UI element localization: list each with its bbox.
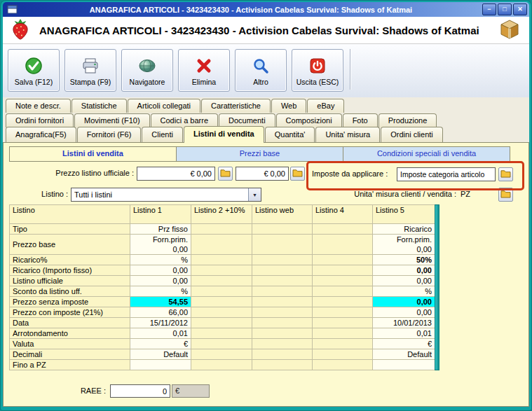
cell-ricarico-importo-fisso-col4[interactable]	[313, 265, 373, 276]
cell-valuta-col1[interactable]: €	[130, 339, 191, 349]
cell-decimali-col1[interactable]: Default	[130, 349, 191, 360]
tab-note-e-descr[interactable]: Note e descr.	[6, 99, 71, 113]
cell-data-col3[interactable]	[252, 318, 313, 328]
tab-composizioni[interactable]: Composizioni	[276, 113, 342, 127]
imposte-input[interactable]	[397, 167, 496, 181]
tab-fornitori-f6[interactable]: Fornitori (F6)	[77, 127, 142, 142]
prezzo-listino-input-2[interactable]	[236, 167, 289, 181]
tab-statistiche[interactable]: Statistiche	[71, 99, 127, 113]
cell-valuta-col5[interactable]: €	[373, 339, 435, 349]
cell-fino-a-pz-col3[interactable]	[252, 360, 313, 370]
cell-arrotondamento-col2[interactable]	[191, 328, 252, 339]
cell-prezzo-senza-imposte-col5[interactable]: 0,00	[373, 297, 435, 307]
cell-decimali-col5[interactable]: Default	[373, 349, 435, 360]
tab-ordini-clienti[interactable]: Ordini clienti	[381, 127, 443, 142]
altro-button[interactable]: Altro	[235, 49, 287, 92]
inner-tab-condizioni-speciali-di-vendita[interactable]: Condizioni speciali di vendita	[343, 146, 510, 162]
imposte-lookup-button[interactable]	[498, 167, 513, 181]
cell-decimali-col2[interactable]	[191, 349, 252, 360]
cell-fino-a-pz-col4[interactable]	[313, 360, 373, 370]
salva-f12-button[interactable]: Salva (F12)	[8, 49, 60, 92]
elimina-button[interactable]: Elimina	[178, 49, 230, 92]
cell-arrotondamento-col3[interactable]	[252, 328, 313, 339]
cell-ricarico-col3[interactable]	[252, 255, 313, 265]
prezzo-listino-input-1[interactable]	[137, 167, 215, 181]
cell-ricarico-col2[interactable]	[191, 255, 252, 265]
cell-valuta-col2[interactable]	[191, 339, 252, 349]
cell-prezzo-base-col2[interactable]	[191, 235, 252, 255]
cell-ricarico-importo-fisso-col1[interactable]: 0,00	[130, 265, 191, 276]
cell-ricarico-importo-fisso-col3[interactable]	[252, 265, 313, 276]
tab-anagrafica-f5[interactable]: Anagrafica(F5)	[6, 127, 76, 142]
cell-data-col1[interactable]: 15/11/2012	[130, 318, 191, 328]
uscita-esc-button[interactable]: Uscita (ESC)	[292, 49, 343, 92]
cell-fino-a-pz-col5[interactable]	[373, 360, 435, 370]
cell-tipo-col5[interactable]: Ricarico	[373, 224, 435, 235]
cell-arrotondamento-col5[interactable]: 0,01	[373, 328, 435, 339]
cell-prezzo-base-col4[interactable]	[313, 235, 373, 255]
prezzo-listino-lookup-button-1[interactable]	[218, 167, 233, 181]
column-header-listino-4[interactable]: Listino 4	[313, 205, 373, 224]
cell-ricarico-col1[interactable]: %	[130, 255, 191, 265]
tab-web[interactable]: Web	[271, 99, 306, 113]
cell-prezzo-con-imposte-21-col4[interactable]	[313, 307, 373, 318]
cell-prezzo-con-imposte-21-col2[interactable]	[191, 307, 252, 318]
tab-movimenti-f10[interactable]: Movimenti (F10)	[74, 113, 149, 127]
tab-unita-misura[interactable]: Unita' misura	[315, 127, 380, 142]
cell-valuta-col3[interactable]	[252, 339, 313, 349]
cell-ricarico-importo-fisso-col5[interactable]: 0,00	[373, 265, 435, 276]
cell-ricarico-col5[interactable]: 50%	[373, 255, 435, 265]
cell-prezzo-base-col1[interactable]: Forn.prim.0,00	[130, 235, 191, 255]
cell-data-col4[interactable]	[313, 318, 373, 328]
cell-fino-a-pz-col2[interactable]	[191, 360, 252, 370]
cell-decimali-col4[interactable]	[313, 349, 373, 360]
column-header-listino-1[interactable]: Listino 1	[130, 205, 191, 224]
cell-ricarico-col4[interactable]	[313, 255, 373, 265]
cell-prezzo-base-col5[interactable]: Forn.prim.0,00	[373, 235, 435, 255]
close-button[interactable]: ✕	[513, 4, 527, 15]
cell-tipo-col3[interactable]	[252, 224, 313, 235]
tab-foto[interactable]: Foto	[343, 113, 378, 127]
column-header-listino-5[interactable]: Listino 5	[373, 205, 435, 224]
listino-dropdown[interactable]: Tutti i listini ▼	[71, 188, 261, 202]
chevron-down-icon[interactable]: ▼	[248, 188, 261, 201]
raee-input[interactable]	[110, 384, 170, 398]
cell-sconto-da-listino-uff-col2[interactable]	[191, 286, 252, 297]
cell-listino-ufficiale-col5[interactable]: 0,00	[373, 276, 435, 286]
tab-ebay[interactable]: eBay	[307, 99, 344, 113]
tab-ordini-fornitori[interactable]: Ordini fornitori	[6, 113, 74, 127]
prezzo-listino-lookup-button-2[interactable]	[290, 167, 305, 181]
tab-documenti[interactable]: Documenti	[219, 113, 275, 127]
cell-prezzo-senza-imposte-col3[interactable]	[252, 297, 313, 307]
cell-prezzo-senza-imposte-col2[interactable]	[191, 297, 252, 307]
cell-sconto-da-listino-uff-col4[interactable]	[313, 286, 373, 297]
cell-prezzo-con-imposte-21-col1[interactable]: 66,00	[130, 307, 191, 318]
cell-tipo-col1[interactable]: Prz fisso	[130, 224, 191, 235]
column-header-listino-web[interactable]: Listino web	[252, 205, 313, 224]
column-header-listino-2-10[interactable]: Listino 2 +10%	[191, 205, 252, 224]
tab-caratteristiche[interactable]: Caratteristiche	[201, 99, 271, 113]
cell-arrotondamento-col1[interactable]: 0,01	[130, 328, 191, 339]
cell-listino-ufficiale-col2[interactable]	[191, 276, 252, 286]
cell-prezzo-senza-imposte-col1[interactable]: 54,55	[130, 297, 191, 307]
cell-tipo-col4[interactable]	[313, 224, 373, 235]
cell-data-col5[interactable]: 10/01/2013	[373, 318, 435, 328]
stampa-f9-button[interactable]: Stampa (F9)	[64, 49, 116, 92]
tab-clienti[interactable]: Clienti	[142, 127, 183, 142]
cell-data-col2[interactable]	[191, 318, 252, 328]
cell-arrotondamento-col4[interactable]	[313, 328, 373, 339]
navigatore-button[interactable]: Navigatore	[121, 49, 173, 92]
table-scrollbar[interactable]	[435, 204, 439, 370]
cell-tipo-col2[interactable]	[191, 224, 252, 235]
cell-prezzo-con-imposte-21-col3[interactable]	[252, 307, 313, 318]
cell-prezzo-base-col3[interactable]	[252, 235, 313, 255]
inner-tab-prezzi-base[interactable]: Prezzi base	[177, 146, 343, 162]
cell-sconto-da-listino-uff-col1[interactable]: %	[130, 286, 191, 297]
tab-articoli-collegati[interactable]: Articoli collegati	[128, 99, 200, 113]
cell-valuta-col4[interactable]	[313, 339, 373, 349]
inner-tab-listini-di-vendita[interactable]: Listini di vendita	[9, 146, 177, 162]
cell-fino-a-pz-col1[interactable]	[130, 360, 191, 370]
cell-sconto-da-listino-uff-col3[interactable]	[252, 286, 313, 297]
maximize-button[interactable]: □	[498, 4, 512, 15]
cell-listino-ufficiale-col1[interactable]: 0,00	[130, 276, 191, 286]
